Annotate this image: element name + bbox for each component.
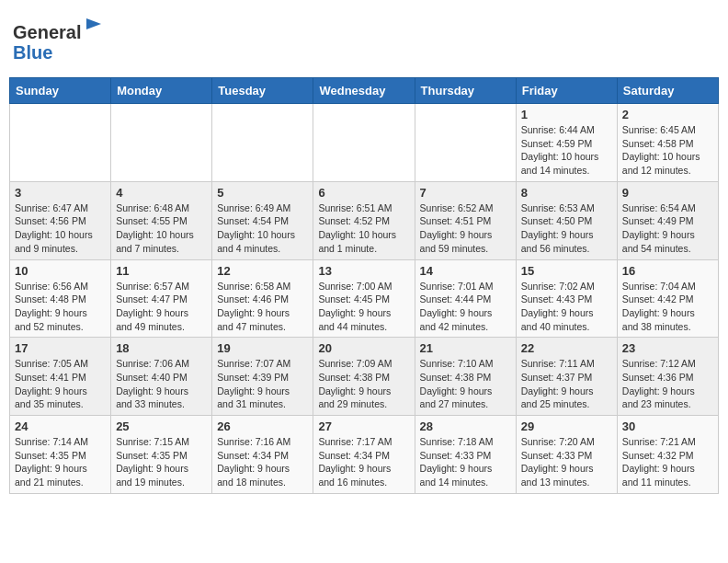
day-info: Sunrise: 6:52 AM Sunset: 4:51 PM Dayligh… <box>420 201 511 256</box>
day-info: Sunrise: 7:12 AM Sunset: 4:36 PM Dayligh… <box>622 357 713 411</box>
calendar-cell: 4Sunrise: 6:48 AM Sunset: 4:55 PM Daylig… <box>111 181 212 259</box>
day-info: Sunrise: 7:09 AM Sunset: 4:38 PM Dayligh… <box>318 357 409 411</box>
calendar-cell: 19Sunrise: 7:07 AM Sunset: 4:39 PM Dayli… <box>212 338 313 416</box>
day-number: 5 <box>217 186 308 200</box>
day-info: Sunrise: 7:16 AM Sunset: 4:34 PM Dayligh… <box>217 435 308 489</box>
day-number: 1 <box>521 108 612 121</box>
day-number: 12 <box>217 264 308 278</box>
day-number: 11 <box>116 264 207 278</box>
day-info: Sunrise: 6:44 AM Sunset: 4:59 PM Dayligh… <box>521 123 612 178</box>
logo-flag-icon <box>83 17 105 39</box>
day-number: 25 <box>116 419 207 433</box>
calendar-cell: 15Sunrise: 7:02 AM Sunset: 4:43 PM Dayli… <box>516 259 617 338</box>
calendar-cell: 14Sunrise: 7:01 AM Sunset: 4:44 PM Dayli… <box>415 259 516 338</box>
day-number: 29 <box>521 419 612 433</box>
day-info: Sunrise: 7:20 AM Sunset: 4:33 PM Dayligh… <box>521 435 612 489</box>
calendar-table: SundayMondayTuesdayWednesdayThursdayFrid… <box>9 77 719 494</box>
week-row-4: 24Sunrise: 7:14 AM Sunset: 4:35 PM Dayli… <box>10 416 719 494</box>
calendar-cell: 27Sunrise: 7:17 AM Sunset: 4:34 PM Dayli… <box>313 416 415 494</box>
calendar-cell <box>313 104 415 182</box>
day-number: 18 <box>116 341 207 355</box>
day-info: Sunrise: 7:11 AM Sunset: 4:37 PM Dayligh… <box>521 357 612 411</box>
day-info: Sunrise: 7:07 AM Sunset: 4:39 PM Dayligh… <box>217 357 308 411</box>
calendar-cell <box>415 104 516 182</box>
day-info: Sunrise: 7:00 AM Sunset: 4:45 PM Dayligh… <box>318 280 409 334</box>
calendar-cell: 22Sunrise: 7:11 AM Sunset: 4:37 PM Dayli… <box>516 338 617 416</box>
day-info: Sunrise: 7:14 AM Sunset: 4:35 PM Dayligh… <box>15 435 106 489</box>
day-number: 9 <box>622 186 713 200</box>
week-row-1: 3Sunrise: 6:47 AM Sunset: 4:56 PM Daylig… <box>10 181 719 259</box>
week-row-0: 1Sunrise: 6:44 AM Sunset: 4:59 PM Daylig… <box>10 104 719 182</box>
day-number: 19 <box>217 341 308 355</box>
calendar-cell: 11Sunrise: 6:57 AM Sunset: 4:47 PM Dayli… <box>111 259 212 338</box>
calendar-cell: 23Sunrise: 7:12 AM Sunset: 4:36 PM Dayli… <box>617 338 718 416</box>
calendar-cell: 28Sunrise: 7:18 AM Sunset: 4:33 PM Dayli… <box>415 416 516 494</box>
day-number: 15 <box>521 264 612 278</box>
logo-text: General <box>13 17 105 42</box>
calendar-cell: 17Sunrise: 7:05 AM Sunset: 4:41 PM Dayli… <box>10 338 111 416</box>
calendar-cell <box>10 104 111 182</box>
day-number: 10 <box>15 264 106 278</box>
calendar-cell: 3Sunrise: 6:47 AM Sunset: 4:56 PM Daylig… <box>10 181 111 259</box>
weekday-header-thursday: Thursday <box>415 78 516 104</box>
day-info: Sunrise: 6:57 AM Sunset: 4:47 PM Dayligh… <box>116 280 207 334</box>
week-row-2: 10Sunrise: 6:56 AM Sunset: 4:48 PM Dayli… <box>10 259 719 338</box>
day-number: 8 <box>521 186 612 200</box>
day-number: 2 <box>622 108 713 121</box>
calendar-cell: 8Sunrise: 6:53 AM Sunset: 4:50 PM Daylig… <box>516 181 617 259</box>
calendar-cell: 30Sunrise: 7:21 AM Sunset: 4:32 PM Dayli… <box>617 416 718 494</box>
calendar-cell: 16Sunrise: 7:04 AM Sunset: 4:42 PM Dayli… <box>617 259 718 338</box>
day-number: 14 <box>420 264 511 278</box>
logo: General Blue <box>13 17 105 63</box>
calendar-cell: 1Sunrise: 6:44 AM Sunset: 4:59 PM Daylig… <box>516 104 617 182</box>
calendar-cell: 24Sunrise: 7:14 AM Sunset: 4:35 PM Dayli… <box>10 416 111 494</box>
svg-marker-0 <box>86 18 101 29</box>
day-info: Sunrise: 7:01 AM Sunset: 4:44 PM Dayligh… <box>420 280 511 334</box>
day-info: Sunrise: 6:45 AM Sunset: 4:58 PM Dayligh… <box>622 123 713 178</box>
weekday-header-monday: Monday <box>111 78 212 104</box>
calendar-cell: 7Sunrise: 6:52 AM Sunset: 4:51 PM Daylig… <box>415 181 516 259</box>
day-number: 28 <box>420 419 511 433</box>
weekday-header-tuesday: Tuesday <box>212 78 313 104</box>
day-number: 16 <box>622 264 713 278</box>
calendar-cell: 5Sunrise: 6:49 AM Sunset: 4:54 PM Daylig… <box>212 181 313 259</box>
day-info: Sunrise: 7:18 AM Sunset: 4:33 PM Dayligh… <box>420 435 511 489</box>
calendar-cell: 21Sunrise: 7:10 AM Sunset: 4:38 PM Dayli… <box>415 338 516 416</box>
day-info: Sunrise: 7:17 AM Sunset: 4:34 PM Dayligh… <box>318 435 409 489</box>
day-number: 26 <box>217 419 308 433</box>
day-info: Sunrise: 6:51 AM Sunset: 4:52 PM Dayligh… <box>318 201 409 256</box>
week-row-3: 17Sunrise: 7:05 AM Sunset: 4:41 PM Dayli… <box>10 338 719 416</box>
calendar-cell <box>111 104 212 182</box>
calendar-cell <box>212 104 313 182</box>
day-number: 30 <box>622 419 713 433</box>
weekday-header-wednesday: Wednesday <box>313 78 415 104</box>
calendar-cell: 13Sunrise: 7:00 AM Sunset: 4:45 PM Dayli… <box>313 259 415 338</box>
day-info: Sunrise: 6:56 AM Sunset: 4:48 PM Dayligh… <box>15 280 106 334</box>
day-info: Sunrise: 6:58 AM Sunset: 4:46 PM Dayligh… <box>217 280 308 334</box>
day-info: Sunrise: 6:54 AM Sunset: 4:49 PM Dayligh… <box>622 201 713 256</box>
calendar-cell: 10Sunrise: 6:56 AM Sunset: 4:48 PM Dayli… <box>10 259 111 338</box>
day-number: 20 <box>318 341 409 355</box>
weekday-header-friday: Friday <box>516 78 617 104</box>
day-info: Sunrise: 7:06 AM Sunset: 4:40 PM Dayligh… <box>116 357 207 411</box>
day-number: 23 <box>622 341 713 355</box>
day-info: Sunrise: 7:10 AM Sunset: 4:38 PM Dayligh… <box>420 357 511 411</box>
calendar-cell: 6Sunrise: 6:51 AM Sunset: 4:52 PM Daylig… <box>313 181 415 259</box>
calendar-cell: 20Sunrise: 7:09 AM Sunset: 4:38 PM Dayli… <box>313 338 415 416</box>
day-info: Sunrise: 7:05 AM Sunset: 4:41 PM Dayligh… <box>15 357 106 411</box>
weekday-header-saturday: Saturday <box>617 78 718 104</box>
logo-general: General <box>13 22 81 42</box>
calendar-cell: 25Sunrise: 7:15 AM Sunset: 4:35 PM Dayli… <box>111 416 212 494</box>
day-number: 24 <box>15 419 106 433</box>
day-number: 7 <box>420 186 511 200</box>
day-number: 17 <box>15 341 106 355</box>
day-info: Sunrise: 6:49 AM Sunset: 4:54 PM Dayligh… <box>217 201 308 256</box>
day-number: 13 <box>318 264 409 278</box>
calendar-cell: 29Sunrise: 7:20 AM Sunset: 4:33 PM Dayli… <box>516 416 617 494</box>
logo-blue-text: Blue <box>13 42 105 63</box>
day-info: Sunrise: 6:48 AM Sunset: 4:55 PM Dayligh… <box>116 201 207 256</box>
calendar-cell: 9Sunrise: 6:54 AM Sunset: 4:49 PM Daylig… <box>617 181 718 259</box>
day-number: 3 <box>15 186 106 200</box>
day-info: Sunrise: 7:04 AM Sunset: 4:42 PM Dayligh… <box>622 280 713 334</box>
day-info: Sunrise: 6:47 AM Sunset: 4:56 PM Dayligh… <box>15 201 106 256</box>
